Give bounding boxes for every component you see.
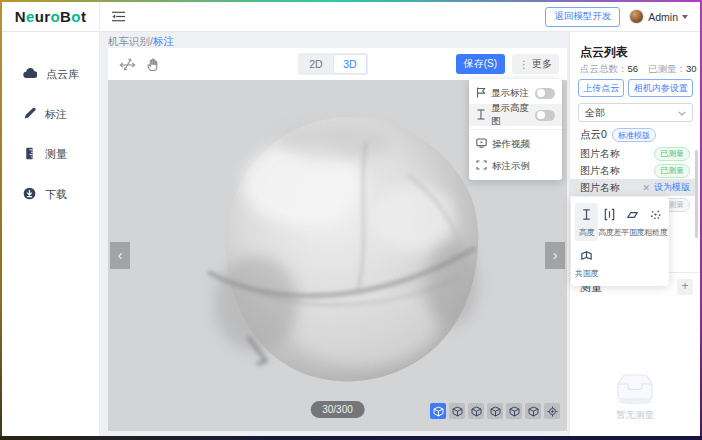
- view-cube-default-button[interactable]: [430, 403, 446, 419]
- menu-item-label: 标注示例: [492, 160, 555, 173]
- caret-down-icon: [682, 15, 688, 19]
- stat-measured: 已测量：30: [648, 63, 697, 76]
- tool-height[interactable]: 高度: [575, 203, 598, 241]
- logo-text: NeuroBot: [15, 8, 87, 25]
- menu-item-label: 显示高度图: [491, 102, 530, 128]
- breadcrumb-current: 标注: [153, 35, 174, 47]
- image-name: 图片名称: [580, 181, 620, 195]
- empty-state: 暂无测量: [570, 369, 700, 422]
- mode-2d-button[interactable]: 2D: [299, 54, 333, 74]
- sidebar-item-download[interactable]: 下载: [2, 174, 99, 214]
- sidebar-item-point-cloud-library[interactable]: 点云库: [2, 54, 99, 94]
- left-sidebar: 点云库 标注 测量 下载: [2, 32, 100, 436]
- frame-icon: [476, 160, 487, 172]
- empty-state-text: 暂无测量: [616, 409, 654, 422]
- list-item[interactable]: 图片名称 已测量: [570, 145, 695, 162]
- pen-icon: [23, 107, 36, 122]
- sidebar-item-annotation[interactable]: 标注: [2, 94, 99, 134]
- header-actions: 返回模型开发 Admin: [545, 7, 700, 27]
- menu-fold-icon[interactable]: [112, 11, 125, 22]
- height-icon: [580, 207, 593, 225]
- frame-border-left: [0, 0, 2, 440]
- video-icon: [476, 138, 487, 150]
- image-counter: 30/300: [310, 401, 365, 418]
- tool-label: 共面度: [575, 268, 598, 279]
- view-cube-left-button[interactable]: [487, 403, 503, 419]
- breadcrumb-parent[interactable]: 机车识别: [108, 35, 150, 47]
- height-difference-icon: [603, 207, 616, 225]
- tool-label: 粗糙度: [644, 227, 667, 238]
- show-annotation-toggle[interactable]: [535, 88, 555, 99]
- view-cube-right-button[interactable]: [506, 403, 522, 419]
- hand-pan-icon[interactable]: [142, 53, 164, 75]
- scrollbar-thumb[interactable]: [695, 150, 698, 238]
- screenshot-frame: NeuroBot 返回模型开发 Admin 点云库 标: [0, 0, 702, 440]
- tool-label: 高度差: [598, 227, 621, 238]
- frame-border-top: [0, 0, 702, 2]
- menu-item-tutorial-video[interactable]: 操作视频: [469, 133, 562, 155]
- menu-item-label: 操作视频: [492, 138, 555, 151]
- show-heightmap-toggle[interactable]: [535, 110, 555, 121]
- menu-item-annotation-example[interactable]: 标注示例: [469, 155, 562, 177]
- app-window: NeuroBot 返回模型开发 Admin 点云库 标: [2, 2, 700, 436]
- flag-icon: [476, 87, 486, 100]
- set-as-template-link[interactable]: 设为模版: [654, 181, 690, 194]
- frame-border-bottom: [0, 436, 702, 440]
- image-name: 图片名称: [580, 164, 620, 178]
- menu-item-show-heightmap[interactable]: 显示高度图: [469, 104, 562, 126]
- add-measurement-button[interactable]: +: [677, 279, 693, 295]
- template-badge: 标准模版: [612, 128, 656, 142]
- more-button[interactable]: ⋮更多: [512, 54, 559, 74]
- menu-item-show-annotation[interactable]: 显示标注: [469, 82, 562, 104]
- view-buttons: [430, 403, 560, 419]
- status-badge: 已测量: [654, 147, 690, 161]
- sidebar-item-label: 点云库: [46, 67, 79, 82]
- save-button[interactable]: 保存(S): [456, 54, 505, 74]
- back-to-model-dev-button[interactable]: 返回模型开发: [545, 7, 620, 27]
- prev-image-button[interactable]: ‹: [110, 242, 130, 269]
- mode-3d-button[interactable]: 3D: [333, 54, 367, 74]
- dimension-toggle: 2D 3D: [298, 53, 368, 75]
- panel-stats: 点云总数：56 已测量：30: [580, 63, 697, 76]
- cloud-group-row[interactable]: 点云0 标准模版: [580, 128, 656, 142]
- upload-point-cloud-button[interactable]: 上传点云: [578, 79, 624, 97]
- camera-intrinsics-button[interactable]: 相机内参设置: [628, 79, 693, 97]
- panel-title: 点云列表: [580, 44, 628, 61]
- reset-view-button[interactable]: [544, 403, 560, 419]
- tool-height-difference[interactable]: 高度差: [598, 203, 621, 241]
- user-menu[interactable]: Admin: [629, 9, 688, 24]
- top-header: NeuroBot 返回模型开发 Admin: [2, 2, 700, 32]
- sidebar-item-measure[interactable]: 测量: [2, 134, 99, 174]
- ruler-icon: [23, 147, 36, 162]
- panel-buttons: 上传点云 相机内参设置: [578, 79, 693, 97]
- sidebar-item-label: 测量: [45, 147, 67, 162]
- next-image-button[interactable]: ›: [545, 242, 565, 269]
- tool-roughness[interactable]: 粗糙度: [644, 203, 667, 241]
- tool-coplanarity[interactable]: 共面度: [575, 244, 598, 282]
- more-dots-icon: ⋮: [519, 59, 529, 70]
- view-cube-back-button[interactable]: [468, 403, 484, 419]
- roughness-icon: [649, 207, 662, 225]
- more-dropdown-menu: 显示标注 显示高度图 操作视频 标注示例: [469, 79, 562, 180]
- list-item-selected[interactable]: 图片名称 ✕ 设为模版: [570, 179, 695, 196]
- view-cube-front-button[interactable]: [449, 403, 465, 419]
- tool-label: 平面度: [621, 227, 644, 238]
- measure-tool-popup: 高度 高度差 平面度 粗糙度 共面度: [571, 197, 669, 286]
- close-icon[interactable]: ✕: [642, 183, 650, 193]
- cloud-icon: [23, 68, 37, 81]
- sidebar-item-label: 标注: [45, 107, 67, 122]
- flatness-icon: [626, 207, 639, 225]
- list-item[interactable]: 图片名称 已测量: [570, 162, 695, 179]
- tool-flatness[interactable]: 平面度: [621, 203, 644, 241]
- stat-total: 点云总数：56: [580, 63, 638, 76]
- rotate-move-icon[interactable]: [116, 53, 138, 75]
- cloud-name: 点云0: [580, 128, 607, 142]
- status-badge: 已测量: [654, 164, 690, 178]
- breadcrumb: 机车识别/标注: [108, 35, 174, 49]
- view-cube-top-button[interactable]: [525, 403, 541, 419]
- image-name: 图片名称: [580, 147, 620, 161]
- menu-divider: [469, 129, 562, 130]
- sidebar-item-label: 下载: [45, 187, 67, 202]
- filter-select[interactable]: 全部: [578, 103, 693, 122]
- coplanarity-icon: [580, 248, 593, 266]
